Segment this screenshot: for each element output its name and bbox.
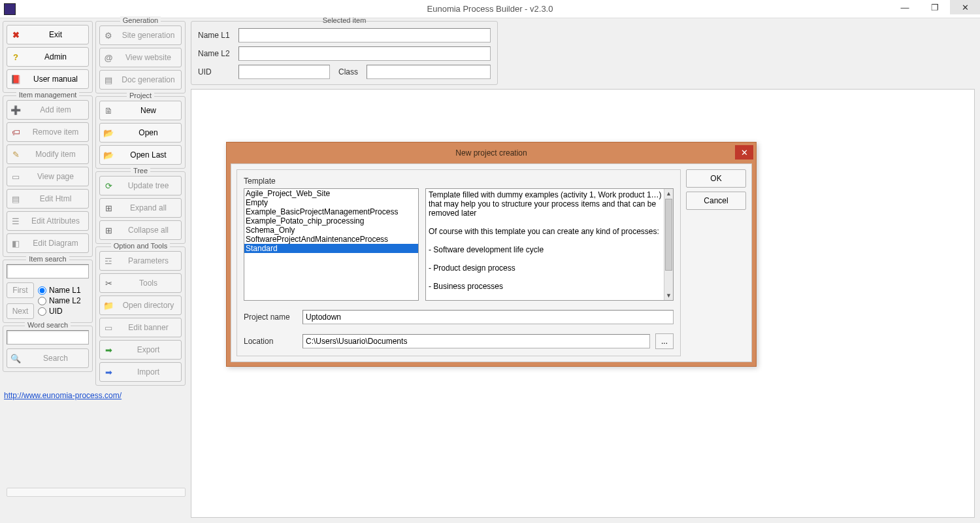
expand-all-button[interactable]: ⊞Expand all	[99, 198, 182, 218]
description-text: Template filled with dummy examples (act…	[429, 190, 664, 291]
class-input[interactable]	[367, 65, 491, 79]
view-page-button[interactable]: ▭View page	[7, 167, 89, 186]
maximize-button[interactable]: ❐	[920, 0, 950, 14]
collapse-icon: ⊞	[103, 224, 114, 236]
project-group: Project 🗎New 📂Open 📂Open Last	[95, 96, 186, 169]
radio-name-l2[interactable]: Name L2	[38, 296, 81, 305]
item-management-group: Item management ➕Add item 🏷Remove item ✎…	[3, 95, 93, 257]
group-title: Tree	[131, 167, 150, 175]
scrollbar[interactable]: ▲ ▼	[664, 189, 673, 300]
expand-icon: ⊞	[103, 202, 114, 214]
ok-button[interactable]: OK	[686, 169, 746, 188]
name-l1-input[interactable]	[238, 28, 491, 42]
status-bar	[7, 488, 186, 497]
exit-button[interactable]: ✖ Exit	[7, 25, 89, 44]
template-item[interactable]: Agile_Project_Web_Site	[244, 189, 418, 198]
name-l2-input[interactable]	[238, 46, 491, 61]
group-title: Selected item	[191, 16, 497, 24]
question-icon: ?	[10, 51, 22, 63]
user-manual-button[interactable]: 📕 User manual	[7, 69, 89, 89]
template-list[interactable]: Agile_Project_Web_SiteEmptyExample_Basic…	[244, 188, 419, 301]
scroll-thumb[interactable]	[665, 199, 672, 271]
open-directory-button[interactable]: 📁Open directory	[99, 295, 182, 315]
book-icon: 📕	[10, 73, 22, 85]
radio-uid[interactable]: UID	[38, 307, 81, 316]
radio-name-l1[interactable]: Name L1	[38, 286, 81, 295]
homepage-link[interactable]: http://www.eunomia-process.com/	[4, 391, 122, 400]
new-icon: 🗎	[103, 105, 114, 116]
options-group: Option and Tools ☲Parameters ✂Tools 📁Ope…	[95, 246, 186, 386]
html-icon: ▤	[10, 193, 22, 205]
first-button[interactable]: First	[7, 282, 34, 298]
add-item-button[interactable]: ➕Add item	[7, 100, 89, 120]
location-label: Location	[244, 337, 297, 346]
template-description: Template filled with dummy examples (act…	[425, 188, 674, 301]
edit-attributes-button[interactable]: ☰Edit Attributes	[7, 211, 89, 231]
template-item[interactable]: Example_Potato_chip_processing	[244, 216, 418, 226]
update-tree-button[interactable]: ⟳Update tree	[99, 176, 182, 195]
doc-generation-button[interactable]: ▤Doc generation	[99, 70, 182, 90]
remove-icon: 🏷	[10, 126, 22, 138]
close-button[interactable]: ✕	[950, 0, 980, 14]
export-button[interactable]: ➡Export	[99, 340, 182, 360]
template-item[interactable]: Example_BasicProjectManagementProcess	[244, 207, 418, 216]
template-item[interactable]: Empty	[244, 198, 418, 207]
selected-item-group: Selected item Name L1 Name L2 UID Class	[191, 21, 498, 85]
location-input[interactable]	[302, 334, 650, 348]
tools-button[interactable]: ✂Tools	[99, 273, 182, 293]
next-button[interactable]: Next	[7, 303, 34, 319]
titlebar: Eunomia Process Builder - v2.3.0 — ❐ ✕	[0, 0, 980, 18]
generation-group: Generation ⚙Site generation @View websit…	[95, 21, 186, 93]
scroll-up-icon[interactable]: ▲	[664, 189, 673, 198]
sliders-icon: ☲	[103, 255, 114, 267]
new-project-button[interactable]: 🗎New	[99, 101, 182, 120]
open-project-button[interactable]: 📂Open	[99, 123, 182, 143]
template-item[interactable]: SoftwareProjectAndMaintenanceProcess	[244, 235, 418, 244]
tree-group: Tree ⟳Update tree ⊞Expand all ⊞Collapse …	[95, 171, 186, 244]
search-icon: 🔍	[10, 352, 22, 364]
page-icon: ▭	[10, 171, 22, 182]
pencil-icon: ✎	[10, 148, 22, 160]
template-label: Template	[244, 177, 674, 186]
dialog-titlebar[interactable]: New project creation ✕	[227, 143, 756, 163]
window-controls: — ❐ ✕	[890, 0, 980, 14]
admin-button[interactable]: ? Admin	[7, 47, 89, 67]
group-title: Option and Tools	[111, 242, 170, 250]
search-button[interactable]: 🔍Search	[7, 348, 89, 368]
label-uid: UID	[198, 67, 233, 76]
remove-item-button[interactable]: 🏷Remove item	[7, 122, 89, 142]
parameters-button[interactable]: ☲Parameters	[99, 251, 182, 271]
import-button[interactable]: ➡Import	[99, 362, 182, 382]
template-item[interactable]: Schema_Only	[244, 226, 418, 235]
uid-input[interactable]	[238, 65, 330, 79]
edit-diagram-button[interactable]: ◧Edit Diagram	[7, 233, 89, 253]
banner-icon: ▭	[103, 322, 114, 333]
folder-recent-icon: 📂	[103, 149, 114, 161]
collapse-all-button[interactable]: ⊞Collapse all	[99, 220, 182, 240]
project-name-input[interactable]	[302, 310, 674, 324]
at-icon: @	[103, 52, 114, 63]
attributes-icon: ☰	[10, 215, 22, 227]
site-generation-button[interactable]: ⚙Site generation	[99, 25, 182, 45]
open-last-button[interactable]: 📂Open Last	[99, 145, 182, 165]
scroll-down-icon[interactable]: ▼	[664, 291, 673, 300]
x-icon: ✖	[10, 29, 22, 41]
modify-item-button[interactable]: ✎Modify item	[7, 144, 89, 164]
diagram-icon: ◧	[10, 237, 22, 249]
minimize-button[interactable]: —	[890, 0, 920, 14]
add-icon: ➕	[10, 104, 22, 116]
tools-icon: ✂	[103, 277, 114, 289]
view-website-button[interactable]: @View website	[99, 48, 182, 67]
word-search-input[interactable]	[7, 330, 89, 345]
edit-html-button[interactable]: ▤Edit Html	[7, 189, 89, 209]
browse-button[interactable]: ...	[655, 333, 674, 349]
edit-banner-button[interactable]: ▭Edit banner	[99, 318, 182, 337]
template-item[interactable]: Standard	[244, 244, 418, 253]
refresh-icon: ⟳	[103, 180, 114, 192]
group-title: Item search	[26, 255, 69, 263]
cancel-button[interactable]: Cancel	[686, 192, 746, 210]
dialog-close-button[interactable]: ✕	[735, 145, 753, 160]
gear-icon: ⚙	[103, 29, 114, 41]
doc-icon: ▤	[103, 74, 114, 86]
item-search-input[interactable]	[7, 264, 89, 278]
